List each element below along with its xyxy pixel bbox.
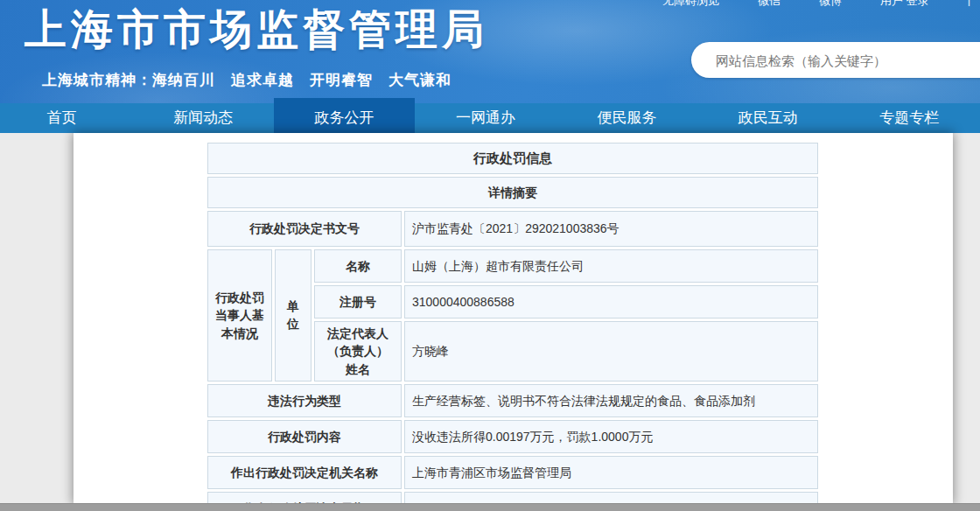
violation-type-value: 生产经营标签、说明书不符合法律法规规定的食品、食品添加剂: [404, 384, 818, 417]
footer-top-strip: [0, 503, 980, 511]
doc-no-label: 行政处罚决定书文号: [207, 211, 402, 247]
violation-type-label: 违法行为类型: [207, 384, 402, 417]
penalty-info-table: 行政处罚信息 详情摘要 行政处罚决定书文号 沪市监青处〔2021〕2920210…: [205, 140, 821, 511]
main-nav: 首页 新闻动态 政务公开 一网通办 便民服务 政民互动 专题专栏: [0, 103, 980, 133]
nav-tab-home[interactable]: 首页: [0, 103, 132, 133]
table-row: 详情摘要: [207, 177, 818, 208]
penalty-content-label: 行政处罚内容: [207, 420, 402, 453]
nav-tab-gov-disclosure[interactable]: 政务公开: [274, 103, 415, 133]
reg-no-label: 注册号: [314, 285, 402, 318]
table-row: 行政处罚决定书文号 沪市监青处〔2021〕292021003836号: [207, 211, 818, 247]
user-login-link[interactable]: 用户 登录: [880, 0, 929, 9]
nav-tab-news[interactable]: 新闻动态: [132, 103, 273, 133]
legal-rep-value: 方晓峰: [404, 321, 818, 382]
authority-label: 作出行政处罚决定机关名称: [207, 456, 402, 489]
nav-tab-label: 政民互动: [738, 109, 798, 126]
party-name-value: 山姆（上海）超市有限责任公司: [404, 249, 818, 283]
penalty-content-value: 没收违法所得0.00197万元，罚款1.0000万元: [404, 420, 818, 453]
utility-links: 无障碍浏览 微信 微博 用户 登录 |: [662, 0, 970, 9]
site-header: 无障碍浏览 微信 微博 用户 登录 | 上海市市场监督管理局 上海城市精神：海纳…: [0, 0, 980, 103]
nav-tab-label: 首页: [47, 109, 77, 126]
table-row: 作出行政处罚决定机关名称 上海市青浦区市场监督管理局: [207, 456, 818, 489]
doc-no-value: 沪市监青处〔2021〕292021003836号: [404, 211, 818, 247]
nav-tab-label: 新闻动态: [173, 109, 233, 126]
main-content: 行政处罚信息 详情摘要 行政处罚决定书文号 沪市监青处〔2021〕2920210…: [74, 133, 953, 504]
weibo-link[interactable]: 微博: [819, 0, 842, 9]
table-row: 行政处罚当事人基本情况 单位 名称 山姆（上海）超市有限责任公司: [207, 249, 818, 283]
authority-value: 上海市青浦区市场监督管理局: [404, 456, 818, 489]
nav-tab-interaction[interactable]: 政民互动: [697, 103, 838, 133]
table-row: 违法行为类型 生产经营标签、说明书不符合法律法规规定的食品、食品添加剂: [207, 384, 818, 417]
reg-no-value: 310000400886588: [404, 285, 818, 318]
utility-separator: |: [968, 0, 970, 9]
nav-tab-one-stop[interactable]: 一网通办: [415, 103, 556, 133]
table-row: 行政处罚内容 没收违法所得0.00197万元，罚款1.0000万元: [207, 420, 818, 453]
legal-rep-label: 法定代表人（负责人）姓名: [314, 321, 402, 382]
nav-tab-label: 便民服务: [597, 109, 656, 126]
nav-tab-label: 政务公开: [315, 109, 374, 126]
table-title: 行政处罚信息: [207, 143, 818, 174]
wechat-link[interactable]: 微信: [758, 0, 780, 9]
site-search-box: [691, 42, 980, 78]
table-subtitle: 详情摘要: [207, 177, 818, 208]
party-basic-info-label: 行政处罚当事人基本情况: [207, 249, 272, 382]
city-spirit-slogan: 上海城市精神：海纳百川 追求卓越 开明睿智 大气谦和: [42, 70, 452, 90]
table-row: 行政处罚信息: [207, 143, 818, 174]
nav-tab-label: 一网通办: [456, 109, 515, 126]
nav-tab-label: 专题专栏: [879, 109, 939, 126]
party-name-label: 名称: [314, 249, 402, 283]
accessibility-link[interactable]: 无障碍浏览: [662, 0, 719, 9]
nav-tab-special-columns[interactable]: 专题专栏: [839, 103, 980, 133]
search-input[interactable]: [714, 44, 980, 78]
site-title: 上海市市场监督管理局: [24, 2, 488, 58]
party-type-label: 单位: [275, 249, 312, 382]
nav-tab-public-service[interactable]: 便民服务: [556, 103, 697, 133]
